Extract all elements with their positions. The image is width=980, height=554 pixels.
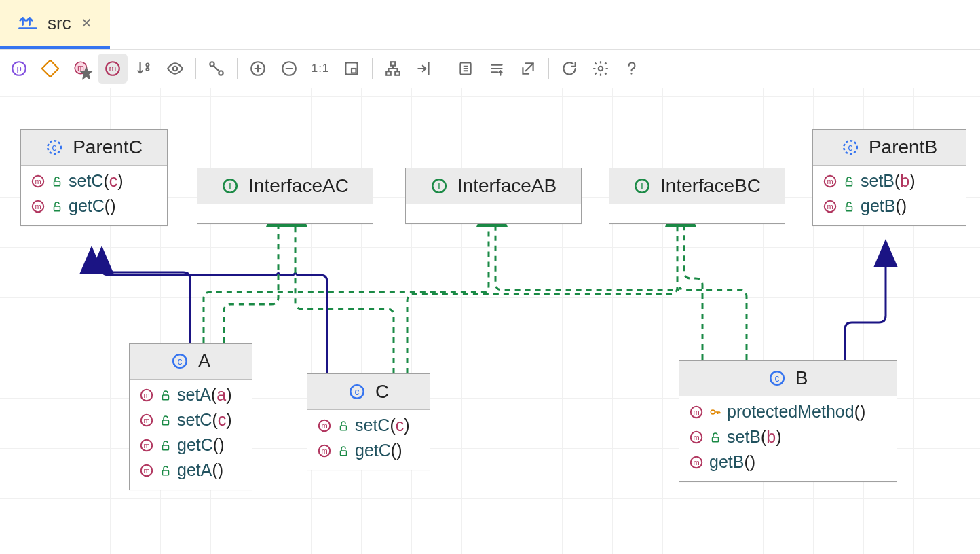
node-B[interactable]: c B m protectedMethod() m setB(b) m getB…	[679, 360, 897, 482]
refresh-icon[interactable]	[554, 54, 584, 84]
svg-point-21	[630, 73, 632, 75]
help-icon[interactable]	[617, 54, 647, 84]
node-ParentB[interactable]: c ParentB m setB(b) m getB()	[812, 129, 966, 226]
svg-rect-37	[846, 206, 852, 211]
zoom-in-icon[interactable]	[243, 54, 273, 84]
group-icon[interactable]	[409, 54, 439, 84]
method-icon: m	[317, 418, 332, 433]
svg-rect-51	[163, 420, 169, 425]
member-setC: m setC(c)	[317, 416, 420, 435]
node-header: c C	[307, 374, 430, 410]
dependency-diff-icon[interactable]	[202, 54, 231, 84]
zoom-reset-label: 1:1	[312, 62, 330, 75]
toolbar-separator	[372, 58, 373, 79]
tab-diagram-icon	[18, 13, 38, 33]
node-C[interactable]: c C m setC(c) m getC()	[307, 373, 430, 470]
toolbar-separator	[548, 58, 549, 79]
visibility-icon[interactable]	[160, 54, 190, 84]
node-title: C	[375, 381, 389, 403]
settings-icon[interactable]	[586, 54, 616, 84]
abstract-class-icon: c	[45, 138, 63, 156]
node-title: InterfaceAB	[457, 175, 557, 197]
svg-text:m: m	[143, 441, 149, 449]
svg-rect-15	[352, 69, 356, 73]
method-icon: m	[139, 438, 154, 453]
method-icon: m	[689, 455, 704, 470]
toolbar-separator	[195, 58, 196, 79]
svg-point-70	[711, 410, 715, 414]
node-header: c B	[679, 361, 897, 396]
member-setC: m setC(c)	[139, 410, 242, 430]
node-InterfaceAC[interactable]: I InterfaceAC	[197, 168, 373, 224]
open-icon[interactable]	[513, 54, 543, 84]
edit-icon[interactable]	[482, 54, 512, 84]
method-icon: m	[31, 174, 45, 189]
svg-rect-18	[395, 71, 400, 75]
member-setB: m setB(b)	[823, 171, 956, 191]
node-title: ParentB	[869, 136, 937, 158]
svg-rect-2	[42, 60, 59, 77]
svg-point-9	[173, 67, 178, 71]
annotation-icon[interactable]	[35, 54, 65, 84]
public-icon	[843, 200, 855, 213]
svg-text:m: m	[827, 177, 833, 185]
member-getB: m getB()	[823, 196, 956, 216]
svg-text:m: m	[143, 466, 149, 474]
svg-text:I: I	[641, 181, 643, 191]
interface-icon: I	[430, 177, 448, 195]
member-setB: m setB(b)	[689, 427, 887, 447]
hierarchy-icon[interactable]	[378, 54, 408, 84]
method-icon[interactable]: m	[98, 54, 128, 84]
method-icon: m	[139, 463, 154, 478]
sort-icon[interactable]	[129, 54, 159, 84]
method-icon: m	[823, 199, 837, 214]
toolbar-separator	[237, 58, 238, 79]
fit-icon[interactable]	[337, 54, 366, 84]
svg-text:m: m	[693, 407, 699, 416]
node-InterfaceBC[interactable]: I InterfaceBC	[609, 168, 785, 224]
tab-close-button[interactable]: ✕	[81, 15, 92, 31]
svg-rect-48	[163, 395, 169, 400]
svg-text:m: m	[827, 202, 833, 210]
diagram-toolbar: p m m 1:1	[0, 50, 980, 88]
svg-rect-54	[163, 445, 169, 450]
node-InterfaceAB[interactable]: I InterfaceAB	[405, 168, 582, 224]
svg-text:p: p	[16, 63, 21, 73]
svg-point-7	[146, 64, 149, 67]
node-body: m setB(b) m getB()	[813, 166, 966, 225]
member-protectedMethod: m protectedMethod()	[689, 402, 887, 422]
svg-rect-34	[846, 181, 852, 186]
zoom-out-icon[interactable]	[274, 54, 304, 84]
svg-text:c: c	[774, 373, 779, 384]
svg-text:c: c	[848, 142, 852, 153]
node-A[interactable]: c A m setA(a) m setC(c) m getC() m	[129, 343, 252, 490]
class-icon: c	[171, 352, 189, 370]
svg-text:m: m	[321, 446, 327, 454]
method-icon: m	[139, 388, 154, 403]
list-icon[interactable]	[451, 54, 480, 84]
svg-rect-26	[54, 181, 60, 186]
public-icon	[843, 175, 855, 187]
class-icon: c	[348, 383, 366, 401]
member-setC: m setC(c)	[31, 171, 157, 191]
public-icon	[709, 431, 721, 443]
svg-text:c: c	[52, 142, 57, 153]
method-starred-icon[interactable]: m	[67, 54, 96, 84]
svg-text:c: c	[354, 386, 359, 397]
node-ParentC[interactable]: c ParentC m setC(c) m getC()	[20, 129, 168, 226]
svg-rect-57	[163, 470, 169, 475]
svg-text:I: I	[229, 181, 231, 191]
public-icon	[159, 414, 172, 426]
toolbar-separator	[445, 58, 445, 79]
node-title: InterfaceBC	[660, 175, 761, 197]
public-icon	[337, 420, 350, 432]
zoom-reset-button[interactable]: 1:1	[305, 54, 335, 84]
node-title: B	[795, 367, 808, 389]
svg-text:m: m	[143, 390, 149, 399]
tab-src[interactable]: src ✕	[0, 0, 110, 49]
node-header: c ParentC	[21, 130, 167, 166]
diagram-canvas[interactable]: c ParentC m setC(c) m getC() c ParentB	[0, 88, 980, 554]
package-icon[interactable]: p	[4, 54, 34, 84]
member-getC: m getC()	[317, 441, 420, 460]
svg-text:m: m	[321, 421, 327, 429]
